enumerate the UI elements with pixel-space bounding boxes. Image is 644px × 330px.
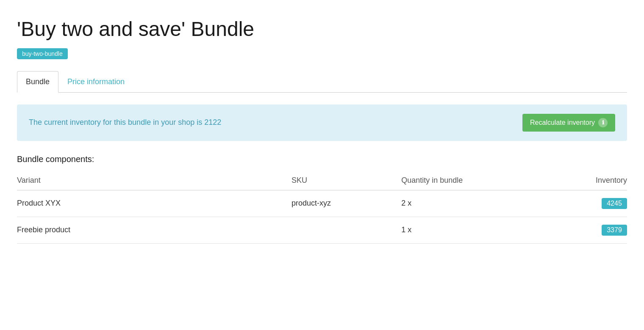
- tab-price-information[interactable]: Price information: [58, 71, 133, 93]
- recalculate-inventory-label: Recalculate inventory: [530, 119, 595, 126]
- inventory-banner: The current inventory for this bundle in…: [17, 104, 627, 141]
- bundle-components-title: Bundle components:: [17, 154, 627, 164]
- info-icon: ℹ: [598, 118, 608, 127]
- col-header-sku: SKU: [291, 171, 401, 190]
- inventory-badge: 4245: [602, 198, 627, 209]
- cell-variant: Freebie product: [17, 217, 291, 243]
- tab-bar: Bundle Price information: [17, 71, 627, 93]
- table-row: Freebie product1 x3379: [17, 217, 627, 243]
- cell-sku: [291, 217, 401, 243]
- inventory-banner-text: The current inventory for this bundle in…: [29, 118, 221, 127]
- recalculate-inventory-button[interactable]: Recalculate inventory ℹ: [522, 114, 615, 132]
- tab-bundle[interactable]: Bundle: [17, 71, 58, 93]
- bundle-components-table: Variant SKU Quantity in bundle Inventory…: [17, 171, 627, 244]
- page-title: 'Buy two and save' Bundle: [17, 17, 627, 41]
- cell-sku: product-xyz: [291, 190, 401, 217]
- slug-badge: buy-two-bundle: [17, 48, 68, 59]
- cell-quantity: 2 x: [401, 190, 523, 217]
- cell-quantity: 1 x: [401, 217, 523, 243]
- col-header-variant: Variant: [17, 171, 291, 190]
- inventory-badge: 3379: [602, 225, 627, 236]
- col-header-inventory: Inventory: [523, 171, 627, 190]
- cell-inventory: 4245: [523, 190, 627, 217]
- cell-inventory: 3379: [523, 217, 627, 243]
- table-row: Product XYXproduct-xyz2 x4245: [17, 190, 627, 217]
- col-header-quantity: Quantity in bundle: [401, 171, 523, 190]
- cell-variant: Product XYX: [17, 190, 291, 217]
